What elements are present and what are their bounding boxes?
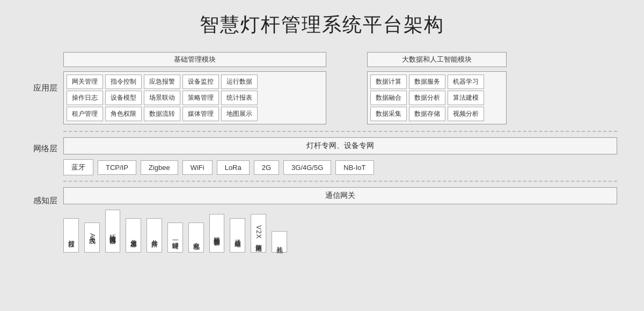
app-group2: 数据计算 数据服务 机器学习 数据融合 数据分析 算法建模 数据采集 数据存储 … (367, 71, 507, 124)
perception-other: 其他 (272, 231, 287, 253)
perception-layer-content: 通信网关 灯控器 无线AP 环境监测传感器 信息发布屏 公共广播 一键呼叫 充电… (63, 187, 617, 253)
protocol-tcpip: TCP/IP (98, 160, 136, 175)
network-layer-label: 网络层 (27, 137, 63, 154)
cell-run-data: 运行数据 (221, 75, 258, 89)
perception-gateway-box: 通信网关 (63, 187, 617, 204)
protocol-2g: 2G (254, 160, 279, 175)
perception-layer-row: 感知层 通信网关 灯控器 无线AP 环境监测传感器 信息发布屏 公共广播 一键呼… (27, 184, 617, 256)
page-title: 智慧灯杆管理系统平台架构 (200, 12, 444, 38)
cell-algo-model: 算法建模 (448, 91, 484, 105)
cell-cmd-ctrl: 指令控制 (105, 75, 142, 89)
cell-data-flow: 数据流转 (144, 107, 180, 121)
cell-role-perm: 角色权限 (105, 107, 142, 121)
cell-stat-report: 统计报表 (221, 91, 258, 105)
app-group1: 网关管理 指令控制 应急报警 设备监控 运行数据 操作日志 设备模型 场景联动 … (63, 71, 326, 124)
perception-comm-station: 通信基站 (230, 218, 245, 253)
network-wide-box: 灯杆专网、设备专网 (63, 137, 617, 154)
cell-map-display: 地图展示 (221, 107, 258, 121)
cell-data-analysis: 数据分析 (409, 91, 445, 105)
protocol-bluetooth: 蓝牙 (63, 159, 93, 175)
app-group2-row2: 数据融合 数据分析 算法建模 (370, 91, 503, 105)
app-group1-row2: 操作日志 设备模型 场景联动 策略管理 统计报表 (67, 91, 323, 105)
cell-emergency: 应急报警 (144, 75, 180, 89)
perception-info-screen: 信息发布屏 (126, 218, 141, 253)
network-protocol-row: 蓝牙 TCP/IP Zigbee WiFi LoRa 2G 3G/4G/5G N… (63, 159, 617, 175)
perception-layer-label: 感知层 (27, 187, 63, 206)
cell-ml: 机器学习 (448, 75, 484, 89)
group2-header: 大数据和人工智能模块 (367, 52, 507, 67)
app-group1-row3: 租户管理 角色权限 数据流转 媒体管理 地图展示 (67, 107, 323, 121)
app-group1-row1: 网关管理 指令控制 应急报警 设备监控 运行数据 (67, 75, 323, 89)
network-layer-content: 灯杆专网、设备专网 蓝牙 TCP/IP Zigbee WiFi LoRa 2G … (63, 137, 617, 175)
app-group2-row1: 数据计算 数据服务 机器学习 (370, 75, 503, 89)
network-layer-row: 网络层 灯杆专网、设备专网 蓝牙 TCP/IP Zigbee WiFi LoRa… (27, 134, 617, 179)
protocol-wifi: WiFi (182, 160, 213, 175)
protocol-nbiot: NB-IoT (335, 160, 374, 175)
module-header-row: 基础管理模块 大数据和人工智能模块 (63, 52, 617, 67)
perception-env-sensor: 环境监测传感器 (105, 210, 121, 253)
cell-data-storage: 数据存储 (409, 107, 445, 121)
cell-policy-mgmt: 策略管理 (182, 91, 219, 105)
protocol-345g: 3G/4G/5G (283, 160, 331, 175)
app-group2-row3: 数据采集 数据存储 视频分析 (370, 107, 503, 121)
protocol-zigbee: Zigbee (141, 160, 178, 175)
application-layer-row: 应用层 基础管理模块 大数据和人工智能模块 网关管理 指令控制 应急报警 设备监… (27, 48, 617, 129)
cell-data-fusion: 数据融合 (370, 91, 407, 105)
separator-network-perception (63, 181, 617, 182)
perception-items-row: 灯控器 无线AP 环境监测传感器 信息发布屏 公共广播 一键呼叫 充电桩 视频监… (63, 210, 617, 253)
cell-scene-link: 场景联动 (144, 91, 180, 105)
cell-media-mgmt: 媒体管理 (182, 107, 219, 121)
protocol-lora: LoRa (217, 160, 250, 175)
perception-charging: 充电桩 (188, 223, 204, 253)
cell-gateway-mgmt: 网关管理 (67, 75, 103, 89)
application-layer-label: 应用层 (27, 83, 63, 93)
cell-data-calc: 数据计算 (370, 75, 407, 89)
perception-broadcast: 公共广播 (147, 218, 162, 253)
perception-v2x: V2X路侧单元 (251, 214, 266, 253)
perception-lamp-ctrl: 灯控器 (63, 218, 79, 253)
cell-tenant-mgmt: 租户管理 (67, 107, 103, 121)
app-modules-container: 网关管理 指令控制 应急报警 设备监控 运行数据 操作日志 设备模型 场景联动 … (63, 71, 617, 124)
perception-wireless-ap: 无线AP (84, 223, 100, 253)
perception-video-ctrl: 视频监控设备 (209, 214, 225, 253)
group1-header: 基础管理模块 (63, 52, 326, 67)
cell-data-collect: 数据采集 (370, 107, 407, 121)
cell-op-log: 操作日志 (67, 91, 103, 105)
application-layer-content: 基础管理模块 大数据和人工智能模块 网关管理 指令控制 应急报警 设备监控 运行… (63, 52, 617, 124)
content-area: 应用层 基础管理模块 大数据和人工智能模块 网关管理 指令控制 应急报警 设备监… (27, 48, 617, 256)
cell-data-service: 数据服务 (409, 75, 445, 89)
separator-app-network (63, 131, 617, 132)
cell-device-model: 设备模型 (105, 91, 142, 105)
perception-sos: 一键呼叫 (167, 223, 183, 253)
cell-device-monitor: 设备监控 (182, 75, 219, 89)
cell-video-analysis: 视频分析 (448, 107, 484, 121)
